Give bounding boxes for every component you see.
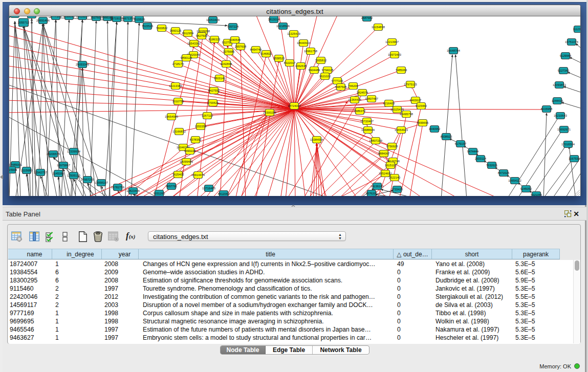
svg-text:3660125: 3660125 [170, 29, 182, 32]
svg-text:10975867: 10975867 [57, 164, 70, 167]
svg-text:7421055: 7421055 [531, 193, 542, 196]
svg-text:6699695: 6699695 [417, 121, 429, 124]
svg-text:18640910: 18640910 [297, 41, 310, 45]
svg-text:2957608: 2957608 [235, 45, 247, 48]
svg-text:9777109: 9777109 [332, 79, 343, 82]
svg-text:6216403: 6216403 [383, 102, 395, 105]
svg-text:13384554: 13384554 [310, 138, 324, 141]
svg-text:29053346: 29053346 [76, 63, 89, 66]
svg-text:2687682: 2687682 [361, 16, 373, 19]
svg-text:9699695: 9699695 [63, 16, 75, 18]
svg-text:1353359: 1353359 [195, 125, 207, 128]
svg-text:1244415: 1244415 [552, 99, 563, 102]
svg-text:9884067: 9884067 [378, 152, 390, 155]
svg-text:9827505: 9827505 [196, 34, 208, 37]
svg-text:14099489: 14099489 [180, 160, 193, 163]
svg-text:2718170: 2718170 [172, 62, 184, 65]
svg-text:9474444: 9474444 [467, 150, 479, 153]
svg-text:10807487: 10807487 [365, 97, 378, 100]
svg-text:12505135: 12505135 [67, 174, 80, 177]
svg-text:9031265: 9031265 [154, 192, 165, 195]
svg-text:1640952: 1640952 [429, 127, 441, 130]
svg-text:3267110: 3267110 [202, 114, 213, 117]
svg-text:2933114: 2933114 [475, 157, 487, 160]
svg-text:9146821: 9146821 [260, 52, 272, 55]
svg-text:13958107: 13958107 [95, 181, 108, 184]
svg-text:9227342: 9227342 [558, 69, 570, 72]
svg-text:8412063: 8412063 [218, 192, 230, 195]
svg-text:18724007: 18724007 [288, 104, 301, 107]
svg-text:9904489: 9904489 [309, 69, 320, 72]
svg-text:10688609: 10688609 [361, 128, 375, 132]
svg-text:12093872: 12093872 [553, 83, 566, 86]
svg-text:16782759: 16782759 [111, 186, 124, 189]
svg-text:16648784: 16648784 [447, 49, 461, 52]
svg-text:9890126: 9890126 [181, 56, 192, 59]
svg-text:2115680: 2115680 [21, 169, 32, 172]
svg-text:17975115: 17975115 [404, 83, 417, 86]
svg-text:9794028: 9794028 [322, 69, 334, 72]
svg-text:6487508: 6487508 [335, 85, 347, 89]
svg-text:9777169: 9777169 [50, 16, 62, 18]
svg-text:9115460: 9115460 [416, 104, 427, 107]
svg-text:7986372: 7986372 [354, 110, 366, 113]
svg-text:7357224: 7357224 [227, 25, 239, 28]
svg-text:17957255: 17957255 [81, 178, 94, 181]
svg-text:1733426: 1733426 [391, 188, 403, 191]
svg-text:2340546: 2340546 [229, 38, 241, 41]
svg-text:8322017: 8322017 [284, 61, 296, 64]
svg-text:12823446: 12823446 [126, 189, 140, 192]
svg-text:1700621: 1700621 [207, 101, 219, 104]
svg-text:6179197: 6179197 [455, 142, 467, 145]
svg-text:9245052: 9245052 [520, 187, 532, 190]
svg-text:10654112: 10654112 [508, 179, 521, 182]
svg-text:3813014: 3813014 [268, 18, 280, 21]
svg-text:8471626: 8471626 [498, 171, 510, 174]
svg-text:10025433: 10025433 [390, 108, 404, 111]
svg-text:20691406: 20691406 [36, 19, 50, 22]
svg-text:3915900: 3915900 [9, 168, 17, 171]
svg-text:15720407: 15720407 [360, 120, 374, 123]
svg-text:1621022: 1621022 [319, 75, 331, 78]
svg-text:9242848: 9242848 [221, 62, 232, 65]
svg-text:21364436: 21364436 [348, 98, 361, 101]
svg-text:12213383: 12213383 [169, 84, 182, 87]
svg-text:1010755: 1010755 [172, 100, 184, 103]
svg-text:13166832: 13166832 [172, 130, 186, 133]
svg-text:8912954: 8912954 [182, 32, 194, 35]
svg-text:15692971: 15692971 [557, 128, 571, 131]
svg-text:18807209: 18807209 [369, 139, 382, 142]
svg-text:10053409: 10053409 [206, 18, 220, 21]
svg-text:16914479: 16914479 [191, 173, 205, 177]
svg-text:13524651: 13524651 [379, 172, 392, 175]
svg-text:8215958: 8215958 [541, 107, 553, 111]
svg-text:2522140: 2522140 [389, 176, 401, 179]
svg-text:10973403: 10973403 [388, 53, 401, 56]
svg-text:20206576: 20206576 [47, 152, 60, 156]
svg-text:7515526: 7515526 [134, 18, 145, 21]
svg-text:15495798: 15495798 [400, 113, 413, 116]
svg-text:16543362: 16543362 [187, 42, 201, 45]
svg-text:16210643: 16210643 [554, 114, 567, 117]
svg-text:1527602: 1527602 [91, 16, 102, 19]
svg-text:1112387: 1112387 [573, 28, 580, 31]
svg-text:1615112: 1615112 [385, 164, 396, 167]
svg-text:17485001: 17485001 [9, 163, 22, 166]
svg-text:1167534: 1167534 [569, 157, 580, 160]
svg-text:2055712: 2055712 [18, 21, 30, 24]
svg-text:19654985: 19654985 [165, 115, 178, 118]
svg-text:1362635: 1362635 [295, 64, 307, 68]
svg-text:25300285: 25300285 [263, 111, 276, 114]
svg-text:9657791: 9657791 [166, 185, 178, 188]
svg-text:11325419: 11325419 [287, 32, 300, 35]
svg-text:3824574: 3824574 [357, 91, 368, 94]
svg-text:8427552: 8427552 [208, 89, 220, 92]
svg-text:13654923: 13654923 [395, 128, 408, 132]
svg-text:8454749: 8454749 [250, 48, 262, 51]
svg-text:7803141: 7803141 [214, 77, 226, 80]
svg-text:12942757: 12942757 [34, 171, 47, 174]
svg-text:7485063: 7485063 [396, 69, 407, 72]
svg-text:12213967: 12213967 [385, 40, 399, 43]
svg-text:1558520: 1558520 [273, 57, 285, 60]
svg-text:14136141: 14136141 [371, 185, 384, 188]
